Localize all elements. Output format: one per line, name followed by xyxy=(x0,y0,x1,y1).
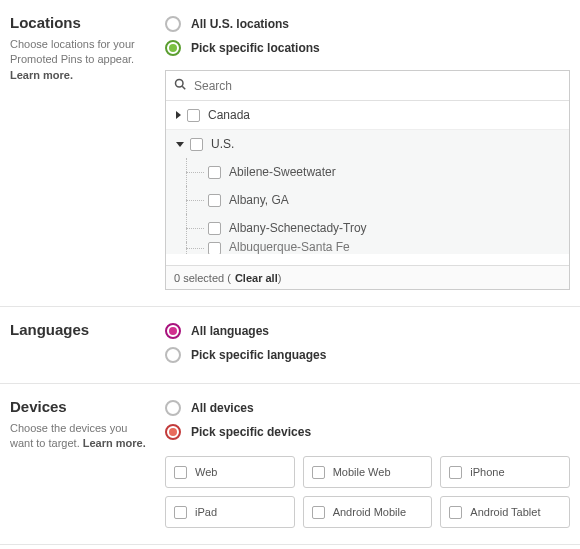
learn-more-link[interactable]: Learn more. xyxy=(10,69,73,81)
section-title: Devices xyxy=(10,398,153,415)
svg-line-1 xyxy=(182,86,185,89)
device-option-mobile-web[interactable]: Mobile Web xyxy=(303,456,433,488)
section-languages: Languages All languages Pick specific la… xyxy=(0,307,580,384)
radio-all-languages[interactable]: All languages xyxy=(165,319,570,343)
section-left: Locations Choose locations for your Prom… xyxy=(10,12,165,290)
section-right: All devices Pick specific devices Web Mo… xyxy=(165,396,570,528)
device-option-android-mobile[interactable]: Android Mobile xyxy=(303,496,433,528)
section-title: Languages xyxy=(10,321,153,338)
radio-icon xyxy=(165,40,181,56)
checkbox[interactable] xyxy=(174,506,187,519)
checkbox[interactable] xyxy=(174,466,187,479)
device-option-android-tablet[interactable]: Android Tablet xyxy=(440,496,570,528)
checkbox[interactable] xyxy=(312,506,325,519)
tree-node-us-expanded: U.S. Abilene-Sweetwater Albany, GA xyxy=(166,129,569,254)
tree-child[interactable]: Abilene-Sweetwater xyxy=(166,158,569,186)
checkbox[interactable] xyxy=(208,242,221,254)
section-description: Choose locations for your Promoted Pins … xyxy=(10,37,153,83)
checkbox[interactable] xyxy=(312,466,325,479)
device-option-web[interactable]: Web xyxy=(165,456,295,488)
section-devices: Devices Choose the devices you want to t… xyxy=(0,384,580,545)
section-right: All U.S. locations Pick specific locatio… xyxy=(165,12,570,290)
radio-icon xyxy=(165,400,181,416)
section-left: Languages xyxy=(10,319,165,367)
section-locations: Locations Choose locations for your Prom… xyxy=(0,0,580,307)
learn-more-link[interactable]: Learn more. xyxy=(83,437,146,449)
section-description: Choose the devices you want to target. L… xyxy=(10,421,153,452)
search-input[interactable] xyxy=(192,78,561,94)
checkbox[interactable] xyxy=(190,138,203,151)
section-right: All languages Pick specific languages xyxy=(165,319,570,367)
checkbox[interactable] xyxy=(208,194,221,207)
checkbox[interactable] xyxy=(187,109,200,122)
section-title: Locations xyxy=(10,14,153,31)
radio-pick-locations[interactable]: Pick specific locations xyxy=(165,36,570,60)
search-icon xyxy=(174,78,186,93)
radio-icon xyxy=(165,424,181,440)
locations-panel: Canada U.S. Abilene-Sweetwater xyxy=(165,70,570,290)
caret-right-icon xyxy=(176,111,181,119)
svg-point-0 xyxy=(176,80,184,88)
status-bar: 0 selected (Clear all) xyxy=(166,265,569,289)
radio-icon xyxy=(165,347,181,363)
radio-pick-languages[interactable]: Pick specific languages xyxy=(165,343,570,367)
section-genders: Genders All genders Pick specific gender… xyxy=(0,545,580,549)
tree-child[interactable]: Albany, GA xyxy=(166,186,569,214)
checkbox[interactable] xyxy=(449,506,462,519)
checkbox[interactable] xyxy=(208,222,221,235)
checkbox[interactable] xyxy=(208,166,221,179)
radio-all-locations[interactable]: All U.S. locations xyxy=(165,12,570,36)
caret-down-icon xyxy=(176,142,184,147)
tree-node-us[interactable]: U.S. xyxy=(166,130,569,158)
checkbox[interactable] xyxy=(449,466,462,479)
radio-pick-devices[interactable]: Pick specific devices xyxy=(165,420,570,444)
radio-icon xyxy=(165,323,181,339)
device-option-ipad[interactable]: iPad xyxy=(165,496,295,528)
device-grid: Web Mobile Web iPhone iPad Android Mobil… xyxy=(165,456,570,528)
tree-node-canada[interactable]: Canada xyxy=(166,101,569,129)
section-left: Devices Choose the devices you want to t… xyxy=(10,396,165,528)
radio-all-devices[interactable]: All devices xyxy=(165,396,570,420)
device-option-iphone[interactable]: iPhone xyxy=(440,456,570,488)
selected-count: 0 selected xyxy=(174,272,224,284)
radio-icon xyxy=(165,16,181,32)
clear-all-link[interactable]: Clear all xyxy=(235,272,278,284)
tree-child-cutoff[interactable]: Albuquerque-Santa Fe xyxy=(166,242,569,254)
tree-child[interactable]: Albany-Schenectady-Troy xyxy=(166,214,569,242)
search-bar xyxy=(166,71,569,101)
location-tree[interactable]: Canada U.S. Abilene-Sweetwater xyxy=(166,101,569,265)
